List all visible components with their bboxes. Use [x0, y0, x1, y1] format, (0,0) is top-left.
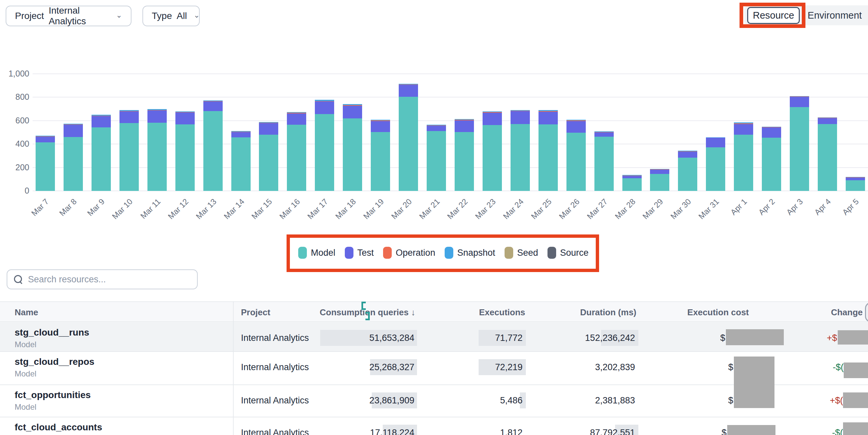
legend-item-model[interactable]: Model — [298, 247, 336, 259]
legend-item-source[interactable]: Source — [548, 247, 589, 259]
bar-segment-model[interactable] — [818, 124, 837, 191]
bar-segment-model[interactable] — [92, 127, 111, 191]
bar-segment-model[interactable] — [622, 178, 642, 191]
bar-segment-test[interactable] — [622, 176, 642, 178]
bar-segment-model[interactable] — [315, 114, 334, 191]
legend-item-test[interactable]: Test — [345, 247, 374, 259]
bar-segment-operation[interactable] — [510, 111, 530, 111]
bar-segment-model[interactable] — [538, 124, 558, 191]
bar-segment-operation[interactable] — [706, 137, 725, 138]
bar-segment-test[interactable] — [371, 121, 390, 132]
bar-segment-test[interactable] — [818, 118, 837, 124]
project-filter-dropdown[interactable]: Project Internal Analytics ⌄ — [6, 6, 131, 26]
bar-segment-operation[interactable] — [343, 105, 362, 105]
bar-segment-snapshot[interactable] — [176, 111, 195, 112]
column-header-executions[interactable]: Executions — [479, 307, 525, 317]
bar-segment-model[interactable] — [678, 158, 697, 191]
bar-segment-model[interactable] — [148, 123, 167, 191]
bar-segment-test[interactable] — [846, 177, 865, 180]
bar-segment-snapshot[interactable] — [510, 110, 530, 111]
bar-segment-test[interactable] — [790, 97, 809, 107]
search-input[interactable] — [28, 274, 190, 285]
bar-segment-snapshot[interactable] — [678, 150, 697, 151]
bar-segment-model[interactable] — [259, 135, 278, 191]
column-header-duration-ms-[interactable]: Duration (ms) — [580, 307, 637, 317]
bar-segment-operation[interactable] — [120, 111, 139, 111]
resource-name[interactable]: fct_cloud_accounts — [14, 422, 102, 433]
bar-segment-operation[interactable] — [259, 123, 278, 123]
view-toggle-resource[interactable]: Resource — [747, 7, 800, 24]
bar-segment-operation[interactable] — [538, 111, 558, 112]
bar-segment-model[interactable] — [790, 107, 809, 191]
bar-segment-model[interactable] — [734, 135, 753, 191]
bar-segment-operation[interactable] — [818, 118, 837, 118]
bar-segment-snapshot[interactable] — [455, 119, 474, 120]
bar-segment-test[interactable] — [176, 112, 195, 125]
bar-segment-snapshot[interactable] — [148, 109, 167, 110]
column-header-name[interactable]: Name — [14, 307, 38, 317]
bar-segment-test[interactable] — [120, 111, 139, 123]
bar-segment-test[interactable] — [64, 125, 83, 137]
bar-segment-snapshot[interactable] — [343, 104, 362, 105]
bar-segment-test[interactable] — [538, 112, 558, 124]
bar-segment-operation[interactable] — [287, 113, 306, 113]
bar-segment-model[interactable] — [231, 137, 251, 191]
bar-segment-model[interactable] — [287, 125, 306, 191]
bar-segment-model[interactable] — [427, 131, 446, 191]
bar-segment-snapshot[interactable] — [734, 122, 753, 123]
bar-segment-snapshot[interactable] — [650, 169, 669, 169]
bar-segment-test[interactable] — [204, 101, 223, 111]
bar-segment-test[interactable] — [148, 110, 167, 123]
view-toggle-environment[interactable]: Environment — [805, 7, 864, 24]
column-header-project[interactable]: Project — [241, 307, 270, 317]
bar-segment-operation[interactable] — [594, 132, 614, 132]
bar-segment-model[interactable] — [650, 174, 669, 191]
bar-segment-operation[interactable] — [790, 96, 809, 97]
bar-segment-model[interactable] — [36, 142, 55, 191]
bar-segment-snapshot[interactable] — [622, 175, 642, 175]
legend-item-seed[interactable]: Seed — [504, 247, 538, 259]
bar-segment-test[interactable] — [315, 101, 334, 114]
bar-segment-snapshot[interactable] — [790, 96, 809, 96]
bar-segment-test[interactable] — [566, 121, 586, 133]
bar-segment-test[interactable] — [762, 127, 781, 138]
bar-segment-snapshot[interactable] — [399, 84, 418, 85]
bar-segment-snapshot[interactable] — [846, 177, 865, 177]
bar-segment-model[interactable] — [706, 147, 725, 191]
bar-segment-snapshot[interactable] — [64, 124, 83, 124]
bar-segment-operation[interactable] — [678, 151, 697, 152]
bar-segment-test[interactable] — [594, 132, 614, 137]
bar-segment-operation[interactable] — [427, 125, 446, 126]
bar-segment-model[interactable] — [846, 180, 865, 191]
bar-segment-test[interactable] — [706, 138, 725, 147]
bar-segment-test[interactable] — [734, 124, 753, 135]
bar-segment-operation[interactable] — [231, 132, 251, 132]
bar-segment-test[interactable] — [287, 113, 306, 125]
bar-segment-operation[interactable] — [455, 120, 474, 120]
bar-segment-model[interactable] — [455, 132, 474, 191]
bar-segment-snapshot[interactable] — [706, 137, 725, 138]
bar-segment-snapshot[interactable] — [315, 100, 334, 101]
bar-segment-snapshot[interactable] — [92, 115, 111, 116]
bar-segment-model[interactable] — [483, 125, 502, 191]
bar-segment-test[interactable] — [399, 85, 418, 97]
bar-segment-snapshot[interactable] — [204, 100, 223, 101]
bar-segment-model[interactable] — [594, 137, 614, 191]
bar-segment-snapshot[interactable] — [371, 120, 390, 121]
bar-segment-operation[interactable] — [762, 127, 781, 127]
bar-segment-model[interactable] — [566, 133, 586, 191]
bar-segment-snapshot[interactable] — [231, 131, 251, 132]
column-header-change[interactable]: Change — [831, 307, 863, 317]
bar-segment-test[interactable] — [343, 106, 362, 119]
bar-segment-operation[interactable] — [148, 110, 167, 110]
bar-segment-test[interactable] — [36, 137, 55, 143]
bar-segment-model[interactable] — [64, 137, 83, 191]
bar-segment-operation[interactable] — [64, 124, 83, 125]
bar-segment-test[interactable] — [427, 126, 446, 131]
resource-name[interactable]: stg_cloud__repos — [14, 357, 95, 367]
bar-segment-snapshot[interactable] — [566, 120, 586, 121]
bar-segment-snapshot[interactable] — [427, 125, 446, 125]
bar-segment-model[interactable] — [120, 123, 139, 191]
bar-segment-snapshot[interactable] — [120, 110, 139, 111]
bar-segment-test[interactable] — [455, 121, 474, 132]
